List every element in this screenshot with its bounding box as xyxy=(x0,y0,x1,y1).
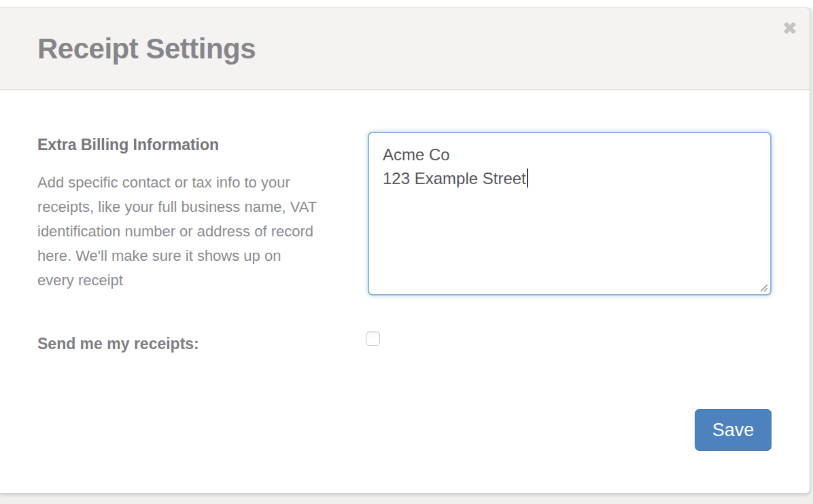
send-receipts-checkbox[interactable] xyxy=(366,331,380,346)
textarea-line-1: Acme Co xyxy=(383,143,757,166)
text-cursor xyxy=(527,168,528,187)
extra-billing-description: Add specific contact or tax info to your… xyxy=(37,170,319,293)
modal-header: Receipt Settings ✖ xyxy=(0,8,810,90)
extra-billing-textarea[interactable]: Acme Co 123 Example Street xyxy=(368,132,772,295)
save-button[interactable]: Save xyxy=(695,409,772,451)
save-button-label: Save xyxy=(712,420,755,440)
extra-billing-heading: Extra Billing Information xyxy=(37,136,219,154)
close-icon: ✖ xyxy=(782,18,797,39)
send-receipts-label: Send me my receipts: xyxy=(37,335,199,353)
textarea-line-2-text: 123 Example Street xyxy=(383,169,526,187)
receipt-settings-modal: Receipt Settings ✖ Extra Billing Informa… xyxy=(0,7,810,494)
close-button[interactable]: ✖ xyxy=(782,19,797,37)
textarea-line-2: 123 Example Street xyxy=(383,166,757,190)
resize-handle-icon[interactable] xyxy=(759,283,768,292)
page-background-strip xyxy=(0,0,813,7)
modal-title: Receipt Settings xyxy=(37,33,256,65)
